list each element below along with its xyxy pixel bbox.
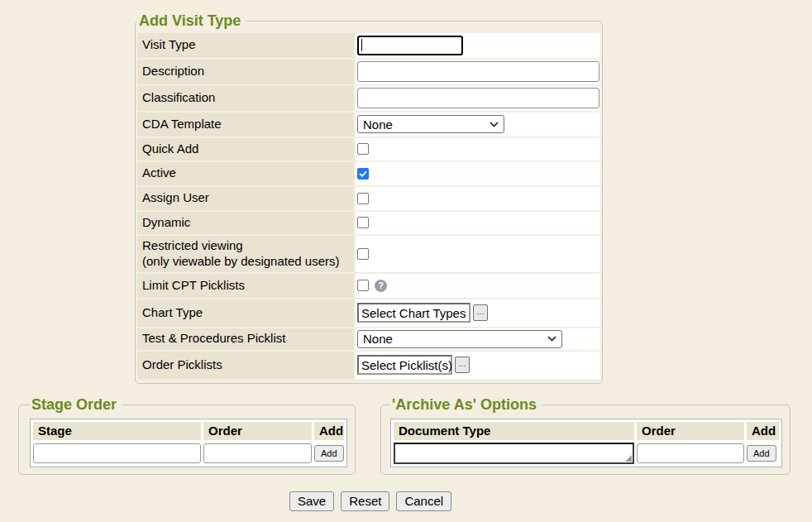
document-type-input[interactable] xyxy=(394,443,634,464)
order-picklists-label: Order Picklists xyxy=(137,352,354,379)
visit-type-label: Visit Type xyxy=(137,33,354,58)
dynamic-checkbox[interactable] xyxy=(357,217,369,228)
test-procedures-picklist-label: Test & Procedures Picklist xyxy=(137,328,354,350)
order-column-header: Order xyxy=(203,422,312,440)
cancel-button[interactable]: Cancel xyxy=(396,491,451,511)
add-visit-type-fieldset: Add Visit Type Visit Type Description Cl… xyxy=(135,13,603,384)
quick-add-label: Quick Add xyxy=(137,138,354,160)
classification-label: Classification xyxy=(137,86,354,111)
description-label: Description xyxy=(137,60,354,84)
stage-column-header: Stage xyxy=(33,422,201,440)
visit-type-input[interactable] xyxy=(357,36,463,55)
document-type-column-header: Document Type xyxy=(394,422,634,440)
visit-type-form-table: Visit Type Description Classification CD… xyxy=(137,33,600,379)
archive-as-options-fieldset: 'Archive As' Options Document Type Order… xyxy=(380,397,791,475)
stage-order-fieldset: Stage Order Stage Order Add Add xyxy=(18,397,356,475)
order-picklists-browse-button[interactable]: ... xyxy=(455,357,470,373)
assign-user-label: Assign User xyxy=(137,187,354,210)
archive-as-table: Document Type Order Add Add xyxy=(390,419,782,467)
dynamic-label: Dynamic xyxy=(137,212,354,234)
stage-add-button[interactable]: Add xyxy=(314,445,344,462)
archive-order-input[interactable] xyxy=(637,443,744,463)
bottom-fieldsets: Stage Order Stage Order Add Add 'Archive… xyxy=(18,397,812,475)
active-label: Active xyxy=(137,162,354,185)
stage-order-legend: Stage Order xyxy=(30,397,122,414)
resize-grip-icon xyxy=(625,455,632,462)
chart-type-picker[interactable]: Select Chart Types xyxy=(357,303,470,323)
restricted-viewing-label: Restricted viewing (only viewable by des… xyxy=(137,236,354,272)
classification-input[interactable] xyxy=(357,88,599,108)
chevron-down-icon xyxy=(490,122,499,127)
test-procedures-select[interactable]: None xyxy=(357,330,562,348)
order-column-header: Order xyxy=(637,422,744,440)
active-checkbox[interactable] xyxy=(357,168,369,180)
limit-cpt-picklists-label: Limit CPT Picklists xyxy=(137,274,354,298)
chart-type-label: Chart Type xyxy=(137,299,354,327)
add-column-header: Add xyxy=(314,422,344,440)
archive-as-options-legend: 'Archive As' Options xyxy=(390,397,542,414)
cda-template-select[interactable]: None xyxy=(357,115,504,133)
text-caret xyxy=(361,39,362,51)
add-visit-type-legend: Add Visit Type xyxy=(137,13,246,30)
quick-add-checkbox[interactable] xyxy=(357,143,369,155)
limit-cpt-checkbox[interactable] xyxy=(357,280,369,291)
save-button[interactable]: Save xyxy=(289,491,334,511)
chevron-down-icon xyxy=(547,336,556,342)
cda-template-label: CDA Template xyxy=(137,113,354,136)
assign-user-checkbox[interactable] xyxy=(357,193,369,204)
reset-button[interactable]: Reset xyxy=(341,491,389,511)
stage-order-input[interactable] xyxy=(203,443,312,463)
chart-type-browse-button[interactable]: ... xyxy=(473,304,488,321)
restricted-viewing-checkbox[interactable] xyxy=(357,248,369,260)
form-actions: Save Reset Cancel xyxy=(289,491,812,511)
archive-add-button[interactable]: Add xyxy=(747,445,776,462)
add-column-header: Add xyxy=(747,422,779,440)
help-question-icon[interactable]: ? xyxy=(375,280,387,292)
description-input[interactable] xyxy=(357,61,599,82)
order-picklists-picker[interactable]: Select Picklist(s) xyxy=(357,355,452,375)
stage-order-table: Stage Order Add Add xyxy=(30,419,347,467)
stage-input[interactable] xyxy=(33,443,201,463)
